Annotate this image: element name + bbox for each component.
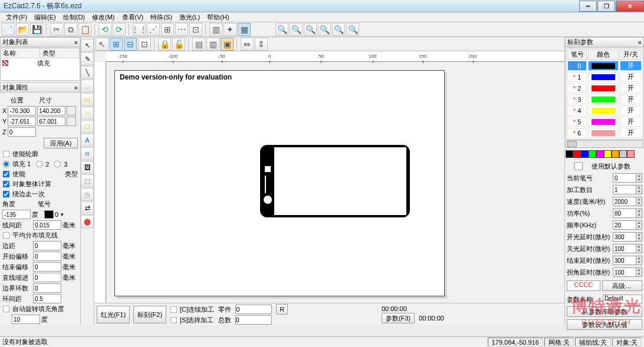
pos-y-input[interactable]	[8, 117, 36, 126]
use-default-checkbox[interactable]	[568, 162, 589, 170]
redo-icon[interactable]: ⟳	[113, 23, 126, 36]
image-icon[interactable]: 🖼	[81, 161, 94, 174]
hatch2-radio[interactable]	[36, 161, 43, 168]
lock-icon[interactable]	[67, 106, 76, 115]
hatch-icon[interactable]: ▥	[209, 23, 222, 36]
loops-input[interactable]	[33, 283, 61, 293]
mark-button[interactable]: 标刻(F2)	[133, 306, 166, 323]
new-icon[interactable]: 📄	[2, 23, 15, 36]
red-button[interactable]: 红光(F1)	[97, 306, 130, 323]
grid-icon[interactable]: ▦	[238, 23, 251, 36]
avgfill-checkbox[interactable]	[3, 232, 10, 239]
autorotate-checkbox[interactable]	[3, 306, 10, 313]
enable-checkbox[interactable]	[3, 171, 10, 178]
save-icon[interactable]: 💾	[30, 23, 43, 36]
anchor-icon[interactable]	[67, 117, 76, 126]
node-icon[interactable]: ✎	[81, 52, 94, 65]
line-icon[interactable]: ╲	[81, 66, 94, 79]
pos-z-input[interactable]	[8, 127, 36, 137]
close-button[interactable]: ✕	[616, 1, 644, 12]
param-button[interactable]: 参数(F3)	[382, 313, 415, 323]
menu-special[interactable]: 特殊(S)	[147, 13, 176, 22]
angle-input[interactable]	[2, 210, 31, 219]
close-panel-icon[interactable]: ×	[638, 39, 642, 46]
endoff-input[interactable]	[33, 262, 61, 272]
spin[interactable]: ▲▼	[636, 173, 642, 183]
mirror-icon[interactable]: ▥	[206, 38, 219, 51]
curve-icon[interactable]: ◡	[81, 80, 94, 92]
from-lib-button[interactable]: 从参数库取参数	[567, 306, 642, 317]
menu-file[interactable]: 文件(F)	[2, 13, 31, 22]
menu-modify[interactable]: 修改(M)	[88, 13, 119, 22]
open-icon[interactable]: 📂	[16, 23, 29, 36]
circle-icon[interactable]: ○	[81, 107, 94, 120]
tool-b-icon[interactable]: ⋰	[147, 23, 160, 36]
flipv-icon[interactable]: ⇕	[255, 38, 268, 51]
canvas[interactable]: -150 -100 -50 0 50 100 150 200 Demo vers…	[94, 51, 564, 303]
tool-c-icon[interactable]: ⊞	[161, 23, 174, 36]
fliph-icon[interactable]: ⇔	[241, 38, 254, 51]
enable-outline-checkbox[interactable]	[3, 151, 10, 158]
minimize-button[interactable]: ━	[579, 1, 597, 12]
array-icon[interactable]: ▤	[192, 38, 205, 51]
zoom-in-icon[interactable]: 🔍	[275, 23, 288, 36]
part-input[interactable]	[235, 305, 272, 314]
set-default-button[interactable]: 参数设为默认值	[567, 319, 642, 330]
zoom-b-icon[interactable]: 🔍	[346, 23, 359, 36]
selall-a-icon[interactable]: ⊞	[110, 38, 123, 51]
cornerdelay-input[interactable]	[613, 267, 636, 277]
zoom-out-icon[interactable]: 🔍	[290, 23, 303, 36]
pen-scrollbar[interactable]	[566, 140, 643, 148]
proccount-input[interactable]	[613, 185, 636, 194]
phone-shape[interactable]	[260, 145, 410, 217]
close-panel-icon[interactable]: ×	[74, 39, 78, 46]
hatch3-radio[interactable]	[54, 161, 61, 168]
rect-icon[interactable]: ▭	[81, 93, 94, 106]
cccc-button[interactable]: CCCC	[567, 280, 600, 291]
pen-table[interactable]: 笔号颜色开/关 * 0开 * 1开 * 2开 * 3开 * 4开 * 5开 * …	[566, 48, 643, 140]
tool-e-icon[interactable]: ⊡	[189, 23, 202, 36]
freq-input[interactable]	[613, 220, 636, 230]
zoom-fit-icon[interactable]: 🔍	[304, 23, 317, 36]
pos-x-input[interactable]	[8, 106, 36, 115]
linedist-input[interactable]	[33, 220, 61, 230]
autorotate-val-input[interactable]	[12, 315, 40, 324]
close-panel-icon[interactable]: ×	[74, 84, 78, 91]
workspace-page[interactable]: Demo version-only for evaluation	[114, 70, 445, 296]
size-w-input[interactable]	[37, 106, 65, 115]
r-button[interactable]: R	[276, 304, 288, 315]
ext-icon[interactable]: ⬤	[81, 215, 94, 228]
col-type[interactable]: 类型	[40, 48, 80, 58]
select-icon[interactable]: ↖	[81, 39, 94, 52]
tool-d-icon[interactable]: ⋯	[175, 23, 188, 36]
polygon-icon[interactable]: ⬠	[81, 120, 94, 133]
unlock-icon[interactable]: 🔓	[172, 38, 185, 51]
whole-calc-checkbox[interactable]	[3, 181, 10, 188]
startoff-input[interactable]	[33, 252, 61, 261]
object-list[interactable]: 名称 类型 填充	[0, 48, 80, 81]
snap-icon[interactable]: ⊡	[138, 38, 151, 51]
input-icon[interactable]: ⇄	[81, 201, 94, 214]
linereduce-input[interactable]	[33, 273, 61, 282]
menu-help[interactable]: 帮助(H)	[203, 13, 232, 22]
color-palette[interactable]	[566, 150, 643, 158]
maximize-button[interactable]: ❐	[597, 1, 615, 12]
size-h-input[interactable]	[37, 117, 65, 126]
apply-button[interactable]: 应用(A)	[44, 138, 78, 148]
edge-once-checkbox[interactable]	[3, 191, 10, 198]
undo-icon[interactable]: ⟲	[98, 23, 111, 36]
pen-color-swatch[interactable]	[44, 210, 54, 219]
total-input[interactable]	[235, 315, 272, 325]
pick-icon[interactable]: ↖	[96, 38, 109, 51]
cut-icon[interactable]: ✂	[50, 23, 63, 36]
advanced-button[interactable]: 高级…	[602, 280, 643, 291]
enddelay-input[interactable]	[613, 256, 636, 265]
list-item[interactable]: 填充	[1, 58, 80, 68]
selall-b-icon[interactable]: ⊟	[124, 38, 137, 51]
select-proc-checkbox[interactable]	[170, 316, 178, 323]
ringdist-input[interactable]	[33, 294, 61, 303]
zoom-sel-icon[interactable]: 🔍	[318, 23, 331, 36]
vector-icon[interactable]: ⬚	[81, 174, 94, 187]
menu-view[interactable]: 查看(V)	[119, 13, 147, 22]
col-name[interactable]: 名称	[1, 48, 40, 58]
